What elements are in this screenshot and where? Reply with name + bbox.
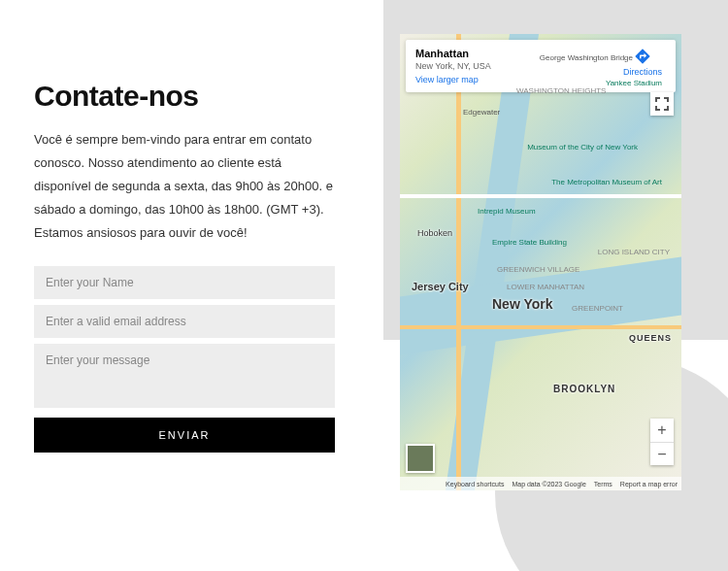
submit-button[interactable]: ENVIAR xyxy=(34,418,335,453)
name-input[interactable] xyxy=(34,266,335,299)
map-poi: George Washington Bridge xyxy=(540,53,633,62)
map-road xyxy=(400,194,681,198)
map-poi: GREENWICH VILLAGE xyxy=(497,265,579,274)
fullscreen-button[interactable] xyxy=(650,92,674,116)
map-label-newyork: New York xyxy=(492,296,553,312)
map-poi: Empire State Building xyxy=(492,238,567,247)
page-title: Contate-nos xyxy=(34,80,335,113)
map-poi: The Metropolitan Museum of Art xyxy=(551,178,662,186)
map-label-brooklyn: BROOKLYN xyxy=(553,384,615,394)
terms-link[interactable]: Terms xyxy=(594,481,612,487)
map-canvas[interactable]: Manhattan New York, NY, USA View larger … xyxy=(400,34,681,490)
zoom-out-button[interactable]: − xyxy=(650,442,674,465)
map-container: Manhattan New York, NY, USA View larger … xyxy=(400,34,681,490)
directions-icon xyxy=(634,48,651,65)
map-layers-button[interactable] xyxy=(406,444,435,473)
map-poi: LONG ISLAND CITY xyxy=(598,248,670,256)
map-poi: Intrepid Museum xyxy=(478,207,536,216)
map-road xyxy=(400,325,681,329)
email-input[interactable] xyxy=(34,305,335,338)
keyboard-shortcuts-link[interactable]: Keyboard shortcuts xyxy=(446,481,504,487)
map-poi: LOWER MANHATTAN xyxy=(507,283,584,291)
zoom-in-button[interactable]: + xyxy=(650,419,674,442)
directions-label: Directions xyxy=(619,67,666,77)
contact-panel: Contate-nos Você é sempre bem-vindo para… xyxy=(34,80,335,453)
map-zoom-controls: + − xyxy=(650,419,674,465)
map-road xyxy=(456,34,461,490)
contact-description: Você é sempre bem-vindo para entrar em c… xyxy=(34,128,335,245)
report-error-link[interactable]: Report a map error xyxy=(620,481,678,487)
map-label-queens: QUEENS xyxy=(629,333,672,343)
map-info-subtitle: New York, NY, USA xyxy=(415,61,619,71)
map-poi: Edgewater xyxy=(463,108,500,117)
map-footer: Keyboard shortcuts Map data ©2023 Google… xyxy=(400,477,681,490)
map-poi: GREENPOINT xyxy=(572,304,623,313)
map-data-label: Map data ©2023 Google xyxy=(512,481,585,487)
message-textarea[interactable] xyxy=(34,344,335,408)
map-label-jerseycity: Jersey City xyxy=(412,281,469,292)
map-poi: WASHINGTON HEIGHTS xyxy=(516,86,606,95)
map-label-hoboken: Hoboken xyxy=(417,228,452,238)
map-poi: Yankee Stadium xyxy=(606,79,662,87)
view-larger-map-link[interactable]: View larger map xyxy=(415,75,619,84)
map-poi: Museum of the City of New York xyxy=(527,143,638,151)
